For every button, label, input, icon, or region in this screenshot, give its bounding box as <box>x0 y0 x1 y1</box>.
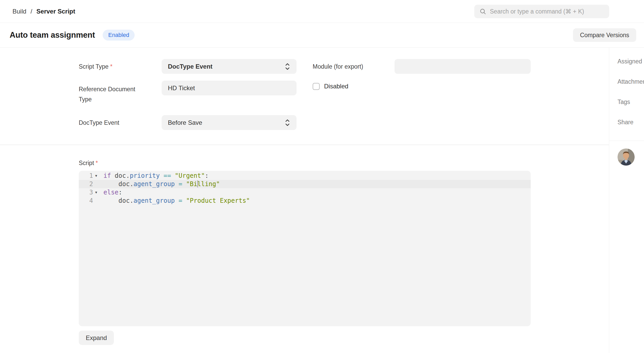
line-number: 2 <box>79 180 93 188</box>
token-string: "Product Experts" <box>186 197 250 204</box>
script-type-value: DocType Event <box>168 63 213 70</box>
sidebar-items: AssignedAttachmentsTagsShare <box>609 48 644 126</box>
fold-caret-icon[interactable]: ▾ <box>93 173 99 178</box>
token-operator: == <box>163 172 171 179</box>
sidebar-divider <box>609 141 644 141</box>
reference-doctype-input[interactable]: HD Ticket <box>162 81 297 95</box>
token-attr: priority <box>130 172 160 179</box>
disabled-label: Disabled <box>324 83 348 90</box>
code-text: else: <box>103 189 122 196</box>
doctype-event-select[interactable]: Before Save <box>162 115 297 130</box>
token-attr: agent_group <box>134 197 175 204</box>
code-editor[interactable]: 1▾if doc.priority == "Urgent":2 doc.agen… <box>79 171 531 326</box>
code-line-3[interactable]: 3▾else: <box>79 188 531 197</box>
breadcrumb-build[interactable]: Build <box>12 8 26 15</box>
code-text: if doc.priority == "Urgent": <box>103 172 209 179</box>
token-plain <box>160 172 163 179</box>
reference-doctype-label: Reference Document Type <box>79 84 149 104</box>
code-line-2[interactable]: 2 doc.agent_group = "Billing" <box>79 180 531 188</box>
token-plain: : <box>205 172 208 179</box>
token-plain <box>182 180 186 188</box>
code-text: doc.agent_group = "Billing" <box>103 180 220 188</box>
sidebar-item-assigned[interactable]: Assigned <box>609 58 644 65</box>
doctype-event-value: Before Save <box>168 119 202 126</box>
select-chevrons-icon <box>285 119 290 127</box>
script-type-select[interactable]: DocType Event <box>162 59 297 74</box>
breadcrumb: Build / Server Script <box>12 8 75 15</box>
token-plain: doc. <box>111 172 130 179</box>
expand-button[interactable]: Expand <box>79 331 114 345</box>
sidebar-item-attachments[interactable]: Attachments <box>609 78 644 85</box>
module-label: Module (for export) <box>313 63 363 70</box>
document-header: Auto team assignment Enabled Compare Ver… <box>0 23 644 48</box>
text-cursor <box>197 180 198 187</box>
reference-doctype-value: HD Ticket <box>168 84 195 92</box>
token-operator: = <box>179 197 182 204</box>
token-plain <box>182 197 186 204</box>
user-avatar[interactable] <box>617 148 635 166</box>
sidebar-item-tags[interactable]: Tags <box>609 98 644 106</box>
doctype-event-label: DocType Event <box>79 119 119 127</box>
token-keyword: if <box>103 172 111 179</box>
status-badge: Enabled <box>103 30 135 41</box>
token-plain <box>175 180 179 188</box>
right-sidebar: AssignedAttachmentsTagsShare <box>609 48 644 353</box>
token-plain: doc. <box>103 197 134 204</box>
search-input[interactable] <box>490 8 604 15</box>
token-string: "Urgent" <box>175 172 205 179</box>
code-text: doc.agent_group = "Product Experts" <box>103 197 250 204</box>
script-type-label: Script Type* <box>79 63 113 70</box>
token-plain: : <box>119 189 122 196</box>
command-search-bar[interactable] <box>474 5 609 18</box>
line-number: 1 <box>79 172 93 179</box>
fold-caret-icon[interactable]: ▾ <box>93 190 99 195</box>
select-chevrons-icon <box>285 62 290 71</box>
server-script-page: Build / Server Script Auto team assignme… <box>0 0 644 353</box>
required-marker: * <box>110 63 113 70</box>
disabled-checkbox[interactable] <box>313 83 320 90</box>
compare-versions-button[interactable]: Compare Versions <box>573 28 636 42</box>
token-keyword: else <box>103 189 119 196</box>
navbar: Build / Server Script <box>0 0 644 23</box>
line-number: 3 <box>79 189 93 196</box>
token-operator: = <box>179 180 182 188</box>
token-plain <box>171 172 175 179</box>
code-lines: 1▾if doc.priority == "Urgent":2 doc.agen… <box>79 171 531 205</box>
search-icon <box>479 8 486 15</box>
token-plain: doc. <box>103 180 134 188</box>
breadcrumb-separator: / <box>30 8 32 15</box>
section-divider <box>0 145 609 145</box>
code-line-1[interactable]: 1▾if doc.priority == "Urgent": <box>79 172 531 180</box>
disabled-checkbox-row[interactable]: Disabled <box>313 83 348 90</box>
token-attr: agent_group <box>134 180 175 188</box>
token-plain <box>175 197 179 204</box>
token-string: "Billing" <box>186 180 220 188</box>
script-label: Script* <box>79 159 98 167</box>
sidebar-item-share[interactable]: Share <box>609 119 644 126</box>
line-number: 4 <box>79 197 93 204</box>
required-marker: * <box>96 160 98 166</box>
breadcrumb-server-script[interactable]: Server Script <box>36 8 75 15</box>
module-input[interactable] <box>395 59 531 74</box>
code-line-4[interactable]: 4 doc.agent_group = "Product Experts" <box>79 197 531 205</box>
page-title: Auto team assignment <box>10 30 95 40</box>
